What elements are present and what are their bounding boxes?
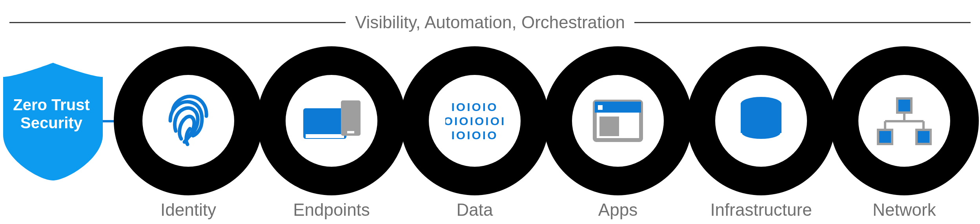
pillar-endpoints-label: Endpoints [257, 200, 406, 220]
header-title: Visibility, Automation, Orchestration [355, 13, 625, 32]
pillar-endpoints-inner [286, 75, 377, 167]
binary-icon: IOIOIO OIOIOIOI IOIOIO [445, 99, 504, 142]
pillar-identity [114, 46, 263, 195]
pillar-infrastructure-inner [715, 75, 807, 167]
svg-rect-19 [878, 130, 892, 144]
pillar-identity-inner [142, 75, 234, 167]
pillar-network-label: Network [830, 200, 979, 220]
svg-rect-10 [599, 117, 619, 136]
pillar-data-inner: IOIOIO OIOIOIOI IOIOIO [429, 75, 521, 167]
svg-rect-20 [916, 130, 931, 144]
header-line-right [634, 22, 971, 23]
shield-label: Zero Trust Security [10, 96, 93, 132]
pillar-data: IOIOIO OIOIOIOI IOIOIO [400, 46, 549, 195]
pillar-apps-inner [572, 75, 664, 167]
svg-rect-2 [341, 100, 361, 136]
pillar-apps-label: Apps [543, 200, 692, 220]
pillar-infrastructure-label: Infrastructure [687, 200, 836, 220]
svg-text:IOIOIO: IOIOIO [451, 100, 498, 113]
network-icon [875, 95, 934, 146]
pillar-network-inner [858, 75, 950, 167]
pillar-data-label: Data [400, 200, 549, 220]
svg-rect-9 [598, 105, 603, 110]
pillar-endpoints [257, 46, 406, 195]
window-icon [592, 99, 643, 142]
header-line-left [9, 22, 346, 23]
svg-point-13 [741, 97, 781, 111]
pillar-identity-label: Identity [114, 200, 263, 220]
svg-rect-1 [306, 134, 344, 138]
pillar-apps [543, 46, 692, 195]
header-bar: Visibility, Automation, Orchestration [9, 13, 971, 32]
devices-icon [300, 97, 363, 144]
svg-text:OIOIOIOI: OIOIOIOI [445, 115, 504, 127]
svg-rect-3 [347, 131, 354, 133]
pillar-infrastructure [687, 46, 836, 195]
fingerprint-icon [165, 93, 212, 148]
svg-text:IOIOIO: IOIOIO [451, 129, 498, 142]
database-icon [736, 95, 787, 146]
pillar-network [830, 46, 979, 195]
svg-rect-18 [897, 98, 911, 113]
